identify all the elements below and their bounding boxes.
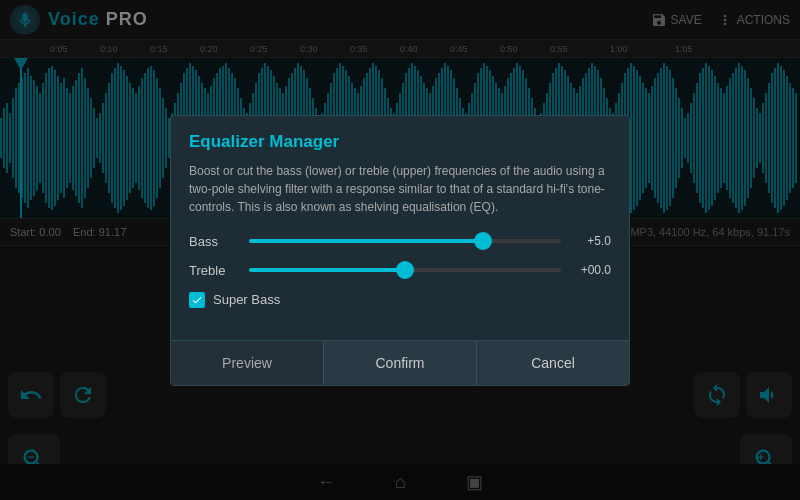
confirm-button[interactable]: Confirm [323,341,476,385]
bass-slider[interactable] [249,239,561,243]
checkmark-icon [191,294,203,306]
equalizer-modal: Equalizer Manager Boost or cut the bass … [170,115,630,386]
treble-slider[interactable] [249,268,561,272]
treble-label: Treble [189,263,239,278]
modal-description: Boost or cut the bass (lower) or treble … [189,162,611,216]
bass-label: Bass [189,234,239,249]
superbass-label: Super Bass [213,292,280,307]
superbass-row: Super Bass [189,292,611,308]
treble-fill [249,268,405,272]
treble-thumb[interactable] [396,261,414,279]
modal-footer: Preview Confirm Cancel [171,340,629,385]
cancel-button[interactable]: Cancel [476,341,629,385]
bass-slider-row: Bass +5.0 [189,234,611,249]
preview-button[interactable]: Preview [171,341,323,385]
modal-title: Equalizer Manager [189,132,611,152]
treble-slider-row: Treble +00.0 [189,263,611,278]
bass-fill [249,239,483,243]
bass-value: +5.0 [571,234,611,248]
superbass-checkbox[interactable] [189,292,205,308]
modal-body: Equalizer Manager Boost or cut the bass … [171,116,629,340]
modal-overlay: Equalizer Manager Boost or cut the bass … [0,0,800,500]
treble-value: +00.0 [571,263,611,277]
bass-thumb[interactable] [474,232,492,250]
